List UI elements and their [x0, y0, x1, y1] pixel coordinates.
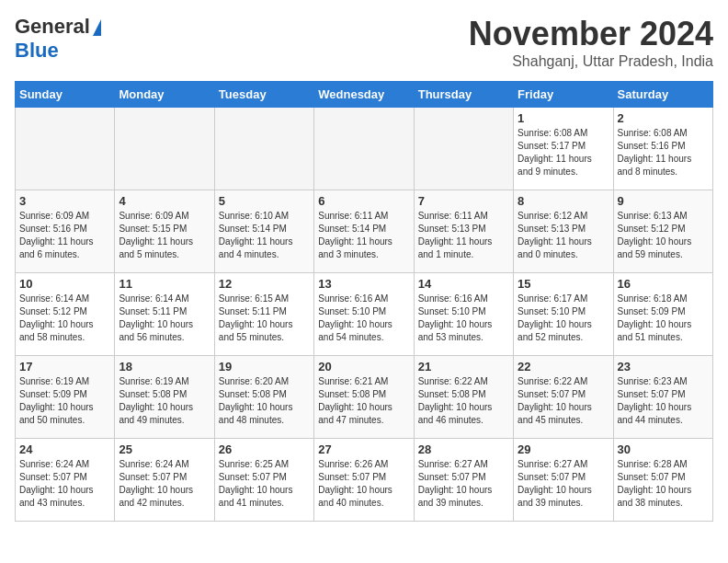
day-info: Sunrise: 6:23 AM Sunset: 5:07 PM Dayligh… [618, 375, 709, 427]
day-info: Sunrise: 6:12 AM Sunset: 5:13 PM Dayligh… [518, 210, 609, 261]
day-cell: 3Sunrise: 6:09 AM Sunset: 5:16 PM Daylig… [16, 190, 115, 273]
day-info: Sunrise: 6:18 AM Sunset: 5:09 PM Dayligh… [618, 293, 709, 344]
day-info: Sunrise: 6:11 AM Sunset: 5:14 PM Dayligh… [318, 210, 409, 261]
week-row-3: 10Sunrise: 6:14 AM Sunset: 5:12 PM Dayli… [16, 273, 713, 356]
day-cell: 25Sunrise: 6:24 AM Sunset: 5:07 PM Dayli… [115, 439, 214, 522]
day-number: 21 [418, 360, 509, 373]
day-cell: 19Sunrise: 6:20 AM Sunset: 5:08 PM Dayli… [214, 356, 313, 439]
day-cell: 20Sunrise: 6:21 AM Sunset: 5:08 PM Dayli… [314, 356, 414, 439]
day-number: 7 [418, 194, 509, 208]
weekday-header-thursday: Thursday [414, 82, 513, 108]
day-cell: 7Sunrise: 6:11 AM Sunset: 5:13 PM Daylig… [414, 190, 513, 273]
day-info: Sunrise: 6:16 AM Sunset: 5:10 PM Dayligh… [418, 293, 509, 344]
day-cell: 17Sunrise: 6:19 AM Sunset: 5:09 PM Dayli… [16, 356, 115, 439]
day-info: Sunrise: 6:14 AM Sunset: 5:11 PM Dayligh… [119, 293, 210, 344]
day-number: 6 [318, 194, 409, 208]
month-title: November 2024 [469, 15, 713, 53]
day-info: Sunrise: 6:14 AM Sunset: 5:12 PM Dayligh… [19, 293, 110, 344]
weekday-header-friday: Friday [514, 82, 613, 108]
day-cell: 26Sunrise: 6:25 AM Sunset: 5:07 PM Dayli… [214, 439, 313, 522]
day-number: 30 [618, 442, 709, 456]
day-info: Sunrise: 6:13 AM Sunset: 5:12 PM Dayligh… [618, 210, 709, 261]
week-row-5: 24Sunrise: 6:24 AM Sunset: 5:07 PM Dayli… [16, 439, 713, 522]
day-cell: 1Sunrise: 6:08 AM Sunset: 5:17 PM Daylig… [514, 108, 613, 190]
day-cell: 6Sunrise: 6:11 AM Sunset: 5:14 PM Daylig… [314, 190, 414, 273]
title-section: November 2024 Shahganj, Uttar Pradesh, I… [469, 15, 713, 70]
day-number: 13 [318, 277, 409, 291]
day-info: Sunrise: 6:09 AM Sunset: 5:15 PM Dayligh… [119, 210, 210, 261]
day-number: 10 [19, 277, 110, 291]
day-number: 3 [19, 194, 110, 208]
day-number: 11 [119, 277, 210, 291]
day-cell [314, 108, 414, 190]
day-number: 1 [518, 111, 609, 125]
day-cell: 13Sunrise: 6:16 AM Sunset: 5:10 PM Dayli… [314, 273, 414, 356]
day-info: Sunrise: 6:11 AM Sunset: 5:13 PM Dayligh… [418, 210, 509, 261]
day-number: 12 [219, 277, 310, 291]
day-cell [16, 108, 115, 190]
day-cell: 30Sunrise: 6:28 AM Sunset: 5:07 PM Dayli… [613, 439, 712, 522]
day-number: 19 [219, 360, 310, 373]
day-cell [115, 108, 214, 190]
day-number: 27 [318, 442, 409, 456]
day-info: Sunrise: 6:17 AM Sunset: 5:10 PM Dayligh… [518, 293, 609, 344]
calendar-table: SundayMondayTuesdayWednesdayThursdayFrid… [15, 81, 713, 522]
logo-icon [93, 19, 101, 36]
weekday-header-saturday: Saturday [613, 82, 712, 108]
day-info: Sunrise: 6:25 AM Sunset: 5:07 PM Dayligh… [219, 458, 310, 510]
week-row-1: 1Sunrise: 6:08 AM Sunset: 5:17 PM Daylig… [16, 108, 713, 190]
day-info: Sunrise: 6:24 AM Sunset: 5:07 PM Dayligh… [119, 458, 210, 510]
day-cell: 4Sunrise: 6:09 AM Sunset: 5:15 PM Daylig… [115, 190, 214, 273]
day-info: Sunrise: 6:28 AM Sunset: 5:07 PM Dayligh… [618, 458, 709, 510]
day-number: 15 [518, 277, 609, 291]
weekday-header-tuesday: Tuesday [214, 82, 313, 108]
day-info: Sunrise: 6:22 AM Sunset: 5:08 PM Dayligh… [418, 375, 509, 427]
day-cell: 29Sunrise: 6:27 AM Sunset: 5:07 PM Dayli… [514, 439, 613, 522]
logo-blue: Blue [15, 39, 59, 62]
day-number: 28 [418, 442, 509, 456]
day-cell: 8Sunrise: 6:12 AM Sunset: 5:13 PM Daylig… [514, 190, 613, 273]
day-cell: 28Sunrise: 6:27 AM Sunset: 5:07 PM Dayli… [414, 439, 513, 522]
weekday-header-monday: Monday [115, 82, 214, 108]
day-info: Sunrise: 6:24 AM Sunset: 5:07 PM Dayligh… [19, 458, 110, 510]
day-cell [214, 108, 313, 190]
day-cell: 24Sunrise: 6:24 AM Sunset: 5:07 PM Dayli… [16, 439, 115, 522]
day-cell [414, 108, 513, 190]
day-cell: 12Sunrise: 6:15 AM Sunset: 5:11 PM Dayli… [214, 273, 313, 356]
day-info: Sunrise: 6:20 AM Sunset: 5:08 PM Dayligh… [219, 375, 310, 427]
header-row: SundayMondayTuesdayWednesdayThursdayFrid… [16, 82, 713, 108]
day-cell: 27Sunrise: 6:26 AM Sunset: 5:07 PM Dayli… [314, 439, 414, 522]
day-cell: 16Sunrise: 6:18 AM Sunset: 5:09 PM Dayli… [613, 273, 712, 356]
page-header: General Blue November 2024 Shahganj, Utt… [15, 15, 713, 70]
day-number: 18 [119, 360, 210, 373]
logo-general: General [15, 15, 90, 39]
logo: General Blue [15, 15, 101, 63]
day-number: 20 [318, 360, 409, 373]
week-row-2: 3Sunrise: 6:09 AM Sunset: 5:16 PM Daylig… [16, 190, 713, 273]
location: Shahganj, Uttar Pradesh, India [469, 53, 713, 70]
day-number: 14 [418, 277, 509, 291]
day-info: Sunrise: 6:10 AM Sunset: 5:14 PM Dayligh… [219, 210, 310, 261]
weekday-header-wednesday: Wednesday [314, 82, 414, 108]
day-cell: 18Sunrise: 6:19 AM Sunset: 5:08 PM Dayli… [115, 356, 214, 439]
day-number: 22 [518, 360, 609, 373]
day-cell: 14Sunrise: 6:16 AM Sunset: 5:10 PM Dayli… [414, 273, 513, 356]
day-cell: 5Sunrise: 6:10 AM Sunset: 5:14 PM Daylig… [214, 190, 313, 273]
day-cell: 10Sunrise: 6:14 AM Sunset: 5:12 PM Dayli… [16, 273, 115, 356]
day-info: Sunrise: 6:26 AM Sunset: 5:07 PM Dayligh… [318, 458, 409, 510]
day-number: 17 [19, 360, 110, 373]
day-cell: 11Sunrise: 6:14 AM Sunset: 5:11 PM Dayli… [115, 273, 214, 356]
day-number: 24 [19, 442, 110, 456]
day-info: Sunrise: 6:19 AM Sunset: 5:08 PM Dayligh… [119, 375, 210, 427]
day-info: Sunrise: 6:21 AM Sunset: 5:08 PM Dayligh… [318, 375, 409, 427]
day-number: 2 [618, 111, 709, 125]
day-cell: 22Sunrise: 6:22 AM Sunset: 5:07 PM Dayli… [514, 356, 613, 439]
day-info: Sunrise: 6:08 AM Sunset: 5:17 PM Dayligh… [518, 127, 609, 178]
day-cell: 9Sunrise: 6:13 AM Sunset: 5:12 PM Daylig… [613, 190, 712, 273]
day-number: 29 [518, 442, 609, 456]
day-info: Sunrise: 6:15 AM Sunset: 5:11 PM Dayligh… [219, 293, 310, 344]
day-cell: 23Sunrise: 6:23 AM Sunset: 5:07 PM Dayli… [613, 356, 712, 439]
day-number: 26 [219, 442, 310, 456]
day-info: Sunrise: 6:22 AM Sunset: 5:07 PM Dayligh… [518, 375, 609, 427]
day-info: Sunrise: 6:16 AM Sunset: 5:10 PM Dayligh… [318, 293, 409, 344]
